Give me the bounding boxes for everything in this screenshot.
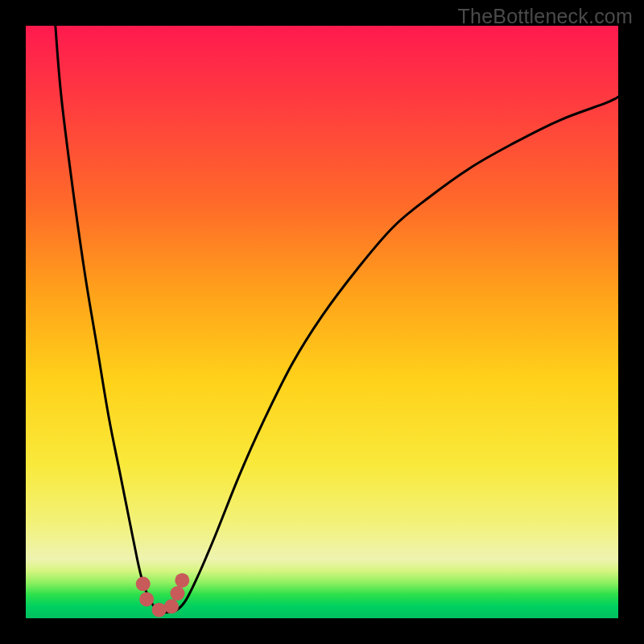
bottom-marker bbox=[139, 592, 154, 606]
bottom-marker bbox=[170, 586, 184, 601]
watermark-text: TheBottleneck.com bbox=[458, 5, 633, 28]
bottom-marker bbox=[152, 603, 167, 617]
bottom-marker bbox=[164, 599, 179, 613]
bottom-marker bbox=[136, 576, 151, 591]
chart-svg bbox=[26, 26, 618, 618]
bottom-marker bbox=[175, 573, 189, 588]
bottleneck-curve bbox=[56, 26, 618, 613]
bottom-marker-group bbox=[136, 573, 190, 617]
plot-area bbox=[26, 26, 618, 618]
